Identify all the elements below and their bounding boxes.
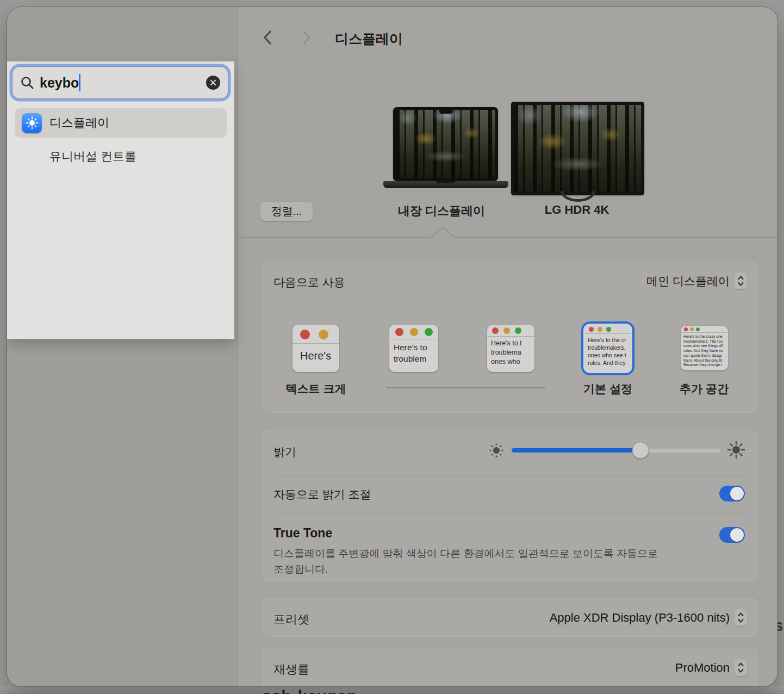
forward-button[interactable] (301, 30, 312, 45)
mini-window-titlebar (487, 325, 534, 337)
refresh-rate-value: ProMotion (675, 661, 730, 675)
builtin-display-thumbnail[interactable] (393, 107, 498, 181)
refresh-rate-label: 재생률 (273, 661, 309, 678)
preset-label: 프리셋 (273, 611, 309, 628)
true-tone-toggle[interactable] (719, 527, 745, 543)
page-title: 디스플레이 (335, 30, 403, 48)
refresh-rate-card: 재생률 ProMotion (261, 646, 758, 686)
background-terminal-text: ssh-keygen (262, 687, 357, 694)
search-query-text: keybo (40, 75, 79, 91)
use-as-label: 다음으로 사용 (273, 275, 345, 290)
auto-brightness-label: 자동으로 밝기 조절 (273, 487, 371, 502)
mini-window-titlebar (681, 326, 728, 333)
mini-window-titlebar (293, 325, 339, 344)
scaling-option-default[interactable]: Here's to the cr troublemakers. ones who… (584, 325, 631, 372)
builtin-display-label: 내장 디스플레이 (398, 203, 485, 219)
brightness-low-icon (488, 442, 505, 458)
chevron-up-down-icon (735, 272, 747, 289)
preset-card: 프리셋 Apple XDR Display (P3-1600 nits) (261, 596, 758, 637)
text-cursor (79, 74, 80, 91)
preset-value: Apple XDR Display (P3-1600 nits) (550, 611, 730, 625)
scaling-option-more-space[interactable]: Here's to the crazy one troublemakers. T… (681, 326, 728, 370)
sidebar-item-universal-control[interactable]: 유니버설 컨트롤 (15, 142, 227, 171)
true-tone-label: True Tone (273, 526, 332, 541)
brightness-card: 밝기 (261, 429, 758, 583)
toggle-knob (730, 528, 744, 542)
sidebar-item-label: 유니버설 컨트롤 (49, 148, 136, 165)
brightness-slider[interactable] (512, 448, 720, 453)
row-divider (273, 475, 746, 475)
search-input[interactable]: keybo (12, 66, 228, 99)
mini-window-titlebar (389, 325, 438, 339)
sidebar-item-displays[interactable]: 디스플레이 (15, 108, 227, 138)
section-divider (238, 237, 777, 238)
arrange-displays-button[interactable]: 정렬... (260, 201, 313, 221)
nav-buttons (262, 30, 312, 45)
search-icon (20, 76, 34, 90)
scaling-label-larger-text: 텍스트 크게 (286, 381, 346, 396)
scaling-option-2[interactable]: Here's to troublem (389, 325, 438, 372)
mini-window-titlebar (584, 325, 631, 334)
brightness-high-icon (727, 441, 745, 459)
auto-brightness-toggle[interactable] (719, 486, 745, 501)
sidebar-item-label: 디스플레이 (49, 115, 109, 131)
desktop-background-strip: ssh-keygen (0, 686, 784, 694)
scaling-track-line (386, 387, 545, 388)
row-divider (273, 512, 746, 512)
back-button[interactable] (262, 30, 273, 45)
row-divider (273, 301, 746, 301)
selected-display-pointer (431, 227, 455, 238)
chevron-up-down-icon (735, 609, 747, 626)
monitor-stand (561, 191, 595, 202)
search-results-panel: keybo (7, 61, 234, 339)
laptop-notch (439, 110, 452, 114)
brightness-thumb[interactable] (632, 442, 649, 458)
display-settings-card: 다음으로 사용 메인 디스플레이 Here's (261, 260, 758, 413)
scaling-label-more-space: 추가 공간 (680, 381, 729, 396)
true-tone-description: 디스플레이를 주변광에 맞춰 색상이 다른 환경에서도 일관적으로 보이도록 자… (273, 546, 658, 577)
content-pane: 디스플레이 정렬... 내장 디스플레이 LG HDR 4K 다음으로 사용 메… (238, 7, 777, 686)
system-settings-window: keybo (7, 7, 777, 686)
scaling-option-3[interactable]: Here's to t troublema ones who (487, 325, 534, 372)
external-display-thumbnail[interactable] (511, 102, 644, 195)
brightness-fill (512, 448, 640, 453)
chevron-up-down-icon (735, 659, 747, 676)
preset-dropdown[interactable]: Apple XDR Display (P3-1600 nits) (550, 609, 747, 626)
scaling-option-larger-text[interactable]: Here's (293, 325, 339, 372)
scaling-label-default: 기본 설정 (583, 381, 632, 396)
external-display-label: LG HDR 4K (545, 203, 609, 217)
wallpaper-forest-image (396, 110, 495, 178)
wallpaper-forest-image (514, 105, 641, 192)
use-as-value: 메인 디스플레이 (646, 274, 730, 289)
x-icon (210, 79, 216, 86)
toggle-knob (730, 487, 744, 500)
clear-search-button[interactable] (206, 76, 220, 90)
use-as-dropdown[interactable]: 메인 디스플레이 (646, 272, 747, 289)
brightness-label: 밝기 (273, 444, 296, 460)
refresh-rate-dropdown[interactable]: ProMotion (675, 659, 747, 676)
display-brightness-icon (22, 113, 42, 133)
laptop-base (383, 181, 508, 188)
sidebar: keybo (7, 7, 238, 686)
